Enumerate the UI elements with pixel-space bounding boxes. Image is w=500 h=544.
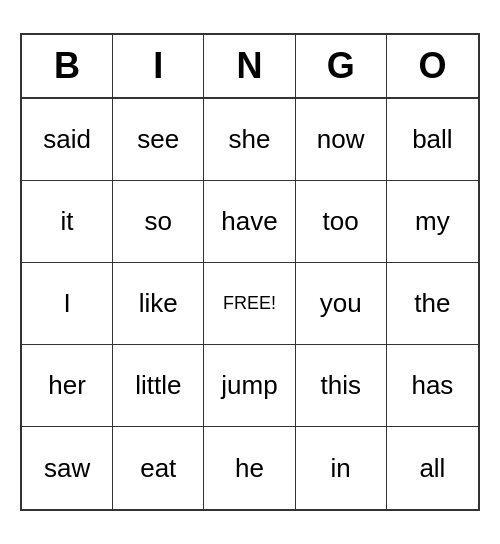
bingo-cell-r4-c4[interactable]: all [387, 427, 478, 509]
bingo-body: saidseeshenowballitsohavetoomyIlikeFREE!… [22, 99, 478, 509]
bingo-cell-r2-c1[interactable]: like [113, 263, 204, 345]
bingo-header: BINGO [22, 35, 478, 99]
bingo-cell-r0-c3[interactable]: now [296, 99, 387, 181]
bingo-cell-r2-c0[interactable]: I [22, 263, 113, 345]
bingo-cell-r4-c3[interactable]: in [296, 427, 387, 509]
bingo-cell-r3-c2[interactable]: jump [204, 345, 295, 427]
bingo-cell-r0-c1[interactable]: see [113, 99, 204, 181]
bingo-cell-r1-c2[interactable]: have [204, 181, 295, 263]
bingo-cell-r1-c1[interactable]: so [113, 181, 204, 263]
bingo-cell-r1-c0[interactable]: it [22, 181, 113, 263]
bingo-cell-r1-c3[interactable]: too [296, 181, 387, 263]
bingo-cell-r4-c2[interactable]: he [204, 427, 295, 509]
header-letter: B [22, 35, 113, 97]
bingo-cell-r3-c0[interactable]: her [22, 345, 113, 427]
header-letter: G [296, 35, 387, 97]
bingo-cell-r2-c3[interactable]: you [296, 263, 387, 345]
bingo-cell-r3-c1[interactable]: little [113, 345, 204, 427]
bingo-cell-r0-c4[interactable]: ball [387, 99, 478, 181]
bingo-cell-r4-c1[interactable]: eat [113, 427, 204, 509]
bingo-card: BINGO saidseeshenowballitsohavetoomyIlik… [20, 33, 480, 511]
bingo-cell-r3-c4[interactable]: has [387, 345, 478, 427]
bingo-cell-r4-c0[interactable]: saw [22, 427, 113, 509]
bingo-cell-r2-c4[interactable]: the [387, 263, 478, 345]
bingo-cell-r3-c3[interactable]: this [296, 345, 387, 427]
header-letter: I [113, 35, 204, 97]
header-letter: O [387, 35, 478, 97]
header-letter: N [204, 35, 295, 97]
bingo-cell-r1-c4[interactable]: my [387, 181, 478, 263]
bingo-cell-r2-c2[interactable]: FREE! [204, 263, 295, 345]
bingo-cell-r0-c0[interactable]: said [22, 99, 113, 181]
bingo-cell-r0-c2[interactable]: she [204, 99, 295, 181]
